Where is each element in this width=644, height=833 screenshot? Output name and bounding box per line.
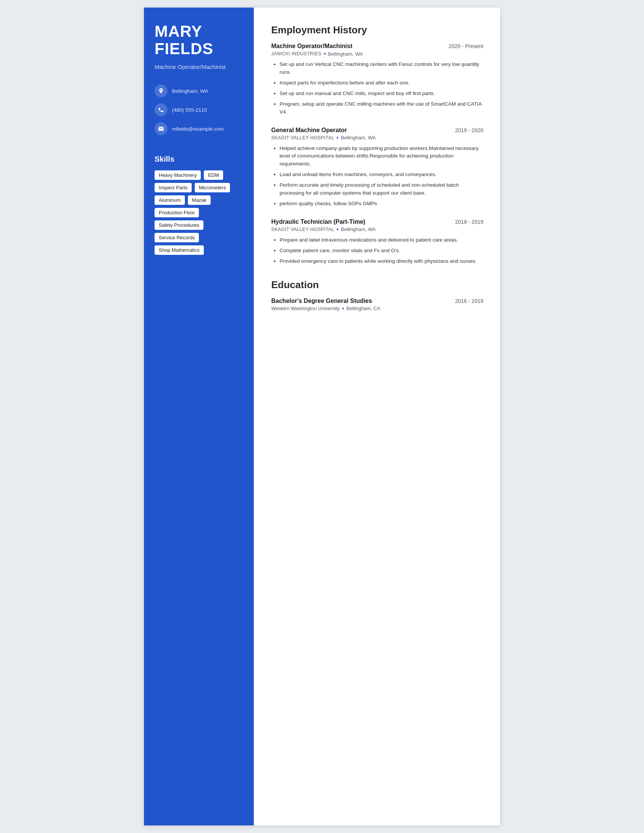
- jobs-container: Machine Operator/Machinist 2020 - Presen…: [271, 43, 483, 265]
- bullet-item: Complete patient care, monitor vitals an…: [280, 247, 483, 255]
- candidate-name: MARY FIELDS: [155, 23, 243, 58]
- job-company: Janicki Industries: [271, 51, 322, 56]
- bullet-item: Perform accurate and timely processing o…: [280, 182, 483, 197]
- edu-school: Western Washington University: [271, 306, 340, 311]
- skill-tag: Inspect Parts: [155, 183, 192, 192]
- job-header: Hydraulic Technician (Part-Time) 2018 - …: [271, 219, 483, 225]
- education-container: Bachelor's Degree General Studies 2016 -…: [271, 298, 483, 312]
- candidate-title: Machine Operator/Machinist: [155, 63, 243, 71]
- separator-dot: •: [336, 135, 339, 141]
- job-dates: 2018 - 2019: [455, 219, 483, 225]
- job-company-line: SKAGIT VALLEY HOSPITAL • Bellingham, WA: [271, 135, 483, 141]
- edu-block: Bachelor's Degree General Studies 2016 -…: [271, 298, 483, 312]
- job-block: General Machine Operator 2019 - 2020 SKA…: [271, 127, 483, 208]
- job-bullets: Prepare and label intravenous medication…: [271, 236, 483, 265]
- skill-tag: Production Floor: [155, 208, 199, 217]
- job-title: Machine Operator/Machinist: [271, 43, 352, 50]
- skill-tag: Safety Procedures: [155, 220, 203, 230]
- employment-heading: Employment History: [271, 24, 483, 36]
- job-location: Bellingham, WA: [328, 51, 363, 57]
- skill-tag: Mazak: [188, 195, 211, 205]
- job-block: Machine Operator/Machinist 2020 - Presen…: [271, 43, 483, 116]
- contact-section: Bellingham, WA (480) 555-2115 mfield: [155, 84, 243, 135]
- job-bullets: Helped achieve company goals by supporti…: [271, 145, 483, 208]
- job-company: SKAGIT VALLEY HOSPITAL: [271, 227, 334, 232]
- edu-location: Bellingham, CA: [346, 306, 380, 311]
- contact-phone: (480) 555-2115: [155, 103, 243, 116]
- location-icon: [155, 84, 167, 97]
- skill-tag: Heavy Machinery: [155, 170, 201, 180]
- skill-tag: Micrometers: [195, 183, 230, 192]
- location-text: Bellingham, WA: [172, 88, 208, 94]
- contact-location: Bellingham, WA: [155, 84, 243, 97]
- email-text: mfields@example.com: [172, 126, 224, 132]
- bullet-item: Provided emergency care to patients whil…: [280, 257, 483, 265]
- separator-dot: •: [324, 51, 326, 57]
- bullet-item: Prepare and label intravenous medication…: [280, 236, 483, 244]
- job-location: Bellingham, WA: [341, 135, 376, 140]
- bullet-item: Set up and run manual and CNC mills, ins…: [280, 90, 483, 98]
- skill-tag: Service Records: [155, 233, 199, 242]
- name-line1: MARY: [155, 23, 202, 40]
- email-icon: [155, 122, 167, 135]
- separator-dot: •: [342, 306, 345, 312]
- sidebar: MARY FIELDS Machine Operator/Machinist B…: [144, 8, 254, 825]
- job-header: General Machine Operator 2019 - 2020: [271, 127, 483, 133]
- main-content: Employment History Machine Operator/Mach…: [254, 8, 500, 825]
- bullet-item: Program, setup and operate CNC milling m…: [280, 100, 483, 116]
- edu-degree: Bachelor's Degree General Studies: [271, 298, 372, 304]
- job-title: Hydraulic Technician (Part-Time): [271, 219, 365, 225]
- bullet-item: Inspect parts for imperfections before a…: [280, 79, 483, 87]
- education-heading: Education: [271, 279, 483, 291]
- job-title: General Machine Operator: [271, 127, 347, 133]
- job-header: Machine Operator/Machinist 2020 - Presen…: [271, 43, 483, 50]
- edu-dates: 2016 - 2019: [455, 298, 483, 304]
- skills-section: Skills Heavy MachineryEDMInspect PartsMi…: [155, 155, 243, 255]
- separator-dot: •: [336, 227, 339, 233]
- edu-school-line: Western Washington University • Bellingh…: [271, 306, 483, 312]
- bullet-item: Set up and run Vertical CNC machining ce…: [280, 61, 483, 77]
- job-dates: 2020 - Present: [449, 43, 483, 49]
- job-company-line: Janicki Industries • Bellingham, WA: [271, 51, 483, 57]
- skill-tag: EDM: [204, 170, 223, 180]
- edu-header: Bachelor's Degree General Studies 2016 -…: [271, 298, 483, 304]
- bullet-item: Load and unload items from machines, con…: [280, 171, 483, 179]
- skill-tag: Aluminum: [155, 195, 185, 205]
- bullet-item: Helped achieve company goals by supporti…: [280, 145, 483, 169]
- job-location: Bellingham, WA: [341, 227, 376, 232]
- skill-tag: Shop Mathematics: [155, 245, 204, 255]
- job-company: SKAGIT VALLEY HOSPITAL: [271, 135, 334, 140]
- job-block: Hydraulic Technician (Part-Time) 2018 - …: [271, 219, 483, 265]
- contact-email: mfields@example.com: [155, 122, 243, 135]
- job-company-line: SKAGIT VALLEY HOSPITAL • Bellingham, WA: [271, 227, 483, 233]
- skills-heading: Skills: [155, 155, 243, 164]
- skills-list: Heavy MachineryEDMInspect PartsMicromete…: [155, 170, 243, 255]
- phone-icon: [155, 103, 167, 116]
- job-bullets: Set up and run Vertical CNC machining ce…: [271, 61, 483, 116]
- bullet-item: perform quality checks, follow SOPs GMPs: [280, 200, 483, 208]
- job-dates: 2019 - 2020: [455, 127, 483, 133]
- phone-text: (480) 555-2115: [172, 107, 207, 113]
- resume-container: MARY FIELDS Machine Operator/Machinist B…: [144, 8, 500, 825]
- name-line2: FIELDS: [155, 40, 213, 58]
